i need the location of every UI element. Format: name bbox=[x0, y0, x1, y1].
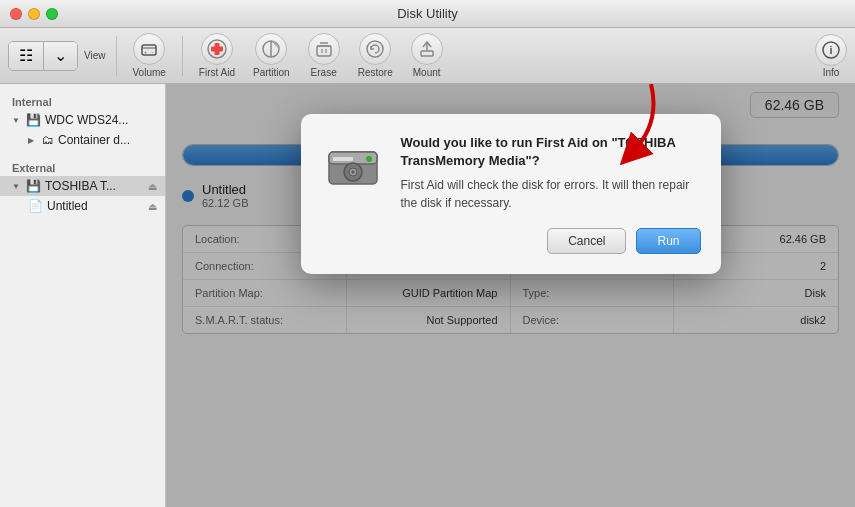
first-aid-dialog: Would you like to run First Aid on "TOSH… bbox=[301, 114, 721, 274]
partition-button[interactable]: Partition bbox=[247, 29, 296, 82]
cancel-button[interactable]: Cancel bbox=[547, 228, 626, 254]
erase-label: Erase bbox=[311, 67, 337, 78]
partition-icon bbox=[255, 33, 287, 65]
info-label: Info bbox=[823, 67, 840, 78]
erase-icon bbox=[308, 33, 340, 65]
sidebar-item-label: Untitled bbox=[47, 199, 88, 213]
main-layout: Internal ▼ 💾 WDC WDS24... ▶ 🗂 Container … bbox=[0, 84, 855, 507]
mount-button[interactable]: Mount bbox=[405, 29, 449, 82]
view-toggle-list[interactable]: ☷ bbox=[9, 42, 44, 70]
svg-rect-9 bbox=[317, 46, 331, 56]
eject-volume-icon[interactable]: ⏏ bbox=[148, 201, 157, 212]
disk-icon: 💾 bbox=[26, 113, 41, 127]
sidebar-item-label: WDC WDS24... bbox=[45, 113, 128, 127]
restore-label: Restore bbox=[358, 67, 393, 78]
container-icon: 🗂 bbox=[42, 133, 54, 147]
svg-text:-: - bbox=[152, 49, 154, 55]
svg-rect-23 bbox=[333, 157, 353, 161]
minimize-button[interactable] bbox=[28, 8, 40, 20]
window-controls[interactable] bbox=[10, 8, 58, 20]
info-container: i Info bbox=[815, 34, 847, 78]
volume-icon: +- bbox=[133, 33, 165, 65]
internal-header: Internal bbox=[0, 92, 165, 110]
svg-rect-15 bbox=[421, 51, 433, 56]
run-button[interactable]: Run bbox=[636, 228, 700, 254]
toolbar: ☷ ⌄ View +- Volume First Aid bbox=[0, 28, 855, 84]
restore-icon bbox=[359, 33, 391, 65]
info-button[interactable]: i bbox=[815, 34, 847, 66]
separator-1 bbox=[116, 36, 117, 76]
dialog-buttons: Cancel Run bbox=[321, 228, 701, 254]
close-button[interactable] bbox=[10, 8, 22, 20]
first-aid-icon bbox=[201, 33, 233, 65]
sidebar-item-label: TOSHIBA T... bbox=[45, 179, 116, 193]
dialog-text: Would you like to run First Aid on "TOSH… bbox=[401, 134, 701, 212]
dialog-content: Would you like to run First Aid on "TOSH… bbox=[321, 134, 701, 212]
window-title: Disk Utility bbox=[397, 6, 458, 21]
expand-arrow-icon: ▼ bbox=[12, 116, 22, 125]
expand-arrow-icon: ▼ bbox=[12, 182, 22, 191]
hdd-icon bbox=[321, 134, 385, 198]
volume-icon: 📄 bbox=[28, 199, 43, 213]
maximize-button[interactable] bbox=[46, 8, 58, 20]
first-aid-button[interactable]: First Aid bbox=[193, 29, 241, 82]
view-toggle-group[interactable]: ☷ ⌄ bbox=[8, 41, 78, 71]
svg-text:+: + bbox=[144, 49, 147, 55]
sidebar-item-container[interactable]: ▶ 🗂 Container d... bbox=[0, 130, 165, 150]
eject-icon[interactable]: ⏏ bbox=[148, 181, 157, 192]
erase-button[interactable]: Erase bbox=[302, 29, 346, 82]
separator-2 bbox=[182, 36, 183, 76]
external-header: External bbox=[0, 158, 165, 176]
svg-point-14 bbox=[367, 41, 383, 57]
toshiba-disk-icon: 💾 bbox=[26, 179, 41, 193]
restore-button[interactable]: Restore bbox=[352, 29, 399, 82]
sidebar: Internal ▼ 💾 WDC WDS24... ▶ 🗂 Container … bbox=[0, 84, 166, 507]
dialog-overlay: Would you like to run First Aid on "TOSH… bbox=[166, 84, 855, 507]
dialog-description: First Aid will check the disk for errors… bbox=[401, 176, 701, 212]
sidebar-item-toshiba[interactable]: ▼ 💾 TOSHIBA T... ⏏ bbox=[0, 176, 165, 196]
svg-point-24 bbox=[366, 156, 372, 162]
volume-button[interactable]: +- Volume bbox=[127, 29, 172, 82]
view-toggle-icon[interactable]: ⌄ bbox=[44, 42, 77, 70]
mount-icon bbox=[411, 33, 443, 65]
partition-label: Partition bbox=[253, 67, 290, 78]
content-area: 62.46 GB Untitled 62.12 GB Location: bbox=[166, 84, 855, 507]
volume-label: Volume bbox=[133, 67, 166, 78]
dialog-title: Would you like to run First Aid on "TOSH… bbox=[401, 134, 701, 170]
mount-label: Mount bbox=[413, 67, 441, 78]
svg-rect-6 bbox=[211, 47, 223, 52]
expand-arrow-icon: ▶ bbox=[28, 136, 38, 145]
view-label: View bbox=[84, 50, 106, 61]
sidebar-item-wdc[interactable]: ▼ 💾 WDC WDS24... bbox=[0, 110, 165, 130]
svg-point-22 bbox=[351, 171, 354, 174]
svg-text:i: i bbox=[829, 44, 832, 56]
sidebar-item-untitled[interactable]: 📄 Untitled ⏏ bbox=[0, 196, 165, 216]
sidebar-item-label: Container d... bbox=[58, 133, 130, 147]
first-aid-label: First Aid bbox=[199, 67, 235, 78]
title-bar: Disk Utility bbox=[0, 0, 855, 28]
